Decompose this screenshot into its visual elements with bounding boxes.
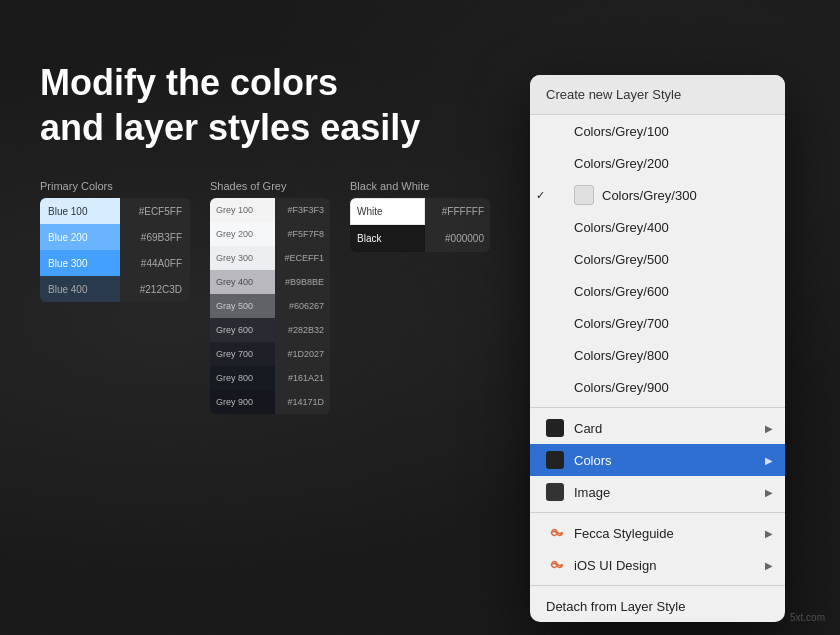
dropdown-item-grey100[interactable]: Colors/Grey/100 [530, 115, 785, 147]
dropdown-divider [530, 407, 785, 408]
styleguide-icon [546, 524, 564, 542]
color-swatch: Blue 200 [40, 224, 120, 250]
dropdown-item-grey400[interactable]: Colors/Grey/400 [530, 211, 785, 243]
grey-swatch: Grey 300 [210, 246, 275, 270]
color-tables: Primary Colors Blue 100 #ECF5FF Blue 200… [40, 180, 490, 414]
grey-row: Grey 100 #F3F3F3 [210, 198, 330, 222]
dropdown-item-ios[interactable]: iOS UI Design▶ [530, 549, 785, 581]
dropdown-item-grey600[interactable]: Colors/Grey/600 [530, 275, 785, 307]
left-panel: Modify the colors and layer styles easil… [0, 0, 530, 635]
dropdown-item-card[interactable]: Card▶ [530, 412, 785, 444]
color-swatch: Blue 100 [40, 198, 120, 224]
item-label: Fecca Styleguide [574, 526, 674, 541]
right-panel: Create new Layer Style Colors/Grey/100Co… [530, 0, 800, 635]
bw-swatch: White [350, 198, 425, 225]
item-label: Colors/Grey/500 [574, 252, 669, 267]
grey-swatch: Grey 800 [210, 366, 275, 390]
grey-swatch: Grey 400 [210, 270, 275, 294]
block-icon [546, 419, 564, 437]
block-icon [546, 451, 564, 469]
dropdown-item-grey900[interactable]: Colors/Grey/900 [530, 371, 785, 403]
grey-swatch: Grey 900 [210, 390, 275, 414]
color-swatch: Blue 300 [40, 250, 120, 276]
item-label: Colors/Grey/800 [574, 348, 669, 363]
bw-row: Black #000000 [350, 225, 490, 252]
grey-hex: #606267 [275, 294, 330, 318]
bw-label: Black and White [350, 180, 490, 192]
item-label: Colors/Grey/600 [574, 284, 669, 299]
item-label: iOS UI Design [574, 558, 656, 573]
shades-table: Grey 100 #F3F3F3 Grey 200 #F5F7F8 Grey 3… [210, 198, 330, 414]
block-icon [546, 483, 564, 501]
shades-label: Shades of Grey [210, 180, 330, 192]
item-label: Image [574, 485, 610, 500]
dropdown-item-detach[interactable]: Detach from Layer Style [530, 590, 785, 622]
item-label: Colors/Grey/300 [602, 188, 697, 203]
chevron-right-icon: ▶ [765, 423, 773, 434]
chevron-right-icon: ▶ [765, 528, 773, 539]
color-row: Blue 200 #69B3FF [40, 224, 190, 250]
headline: Modify the colors and layer styles easil… [40, 60, 490, 150]
grey-hex: #282B32 [275, 318, 330, 342]
color-row: Blue 400 #212C3D [40, 276, 190, 302]
dropdown-item-grey700[interactable]: Colors/Grey/700 [530, 307, 785, 339]
color-row: Blue 300 #44A0FF [40, 250, 190, 276]
bw-table: White #FFFFFF Black #000000 [350, 198, 490, 252]
primary-colors-table: Blue 100 #ECF5FF Blue 200 #69B3FF Blue 3… [40, 198, 190, 302]
bw-section: Black and White White #FFFFFF Black #000… [350, 180, 490, 252]
grey-hex: #B9B8BE [275, 270, 330, 294]
grey-swatch: Grey 700 [210, 342, 275, 366]
dropdown-item-grey800[interactable]: Colors/Grey/800 [530, 339, 785, 371]
dropdown-item-grey300[interactable]: Colors/Grey/300 [530, 179, 785, 211]
grey-row: Grey 200 #F5F7F8 [210, 222, 330, 246]
dropdown-divider [530, 585, 785, 586]
grey-hex: #161A21 [275, 366, 330, 390]
color-hex: #44A0FF [120, 250, 190, 276]
grey-row: Grey 300 #ECEFF1 [210, 246, 330, 270]
color-hex: #212C3D [120, 276, 190, 302]
primary-colors-section: Primary Colors Blue 100 #ECF5FF Blue 200… [40, 180, 190, 302]
dropdown-item-grey200[interactable]: Colors/Grey/200 [530, 147, 785, 179]
bw-row: White #FFFFFF [350, 198, 490, 225]
item-label: Colors/Grey/700 [574, 316, 669, 331]
color-swatch: Blue 400 [40, 276, 120, 302]
grey-swatch: Gray 500 [210, 294, 275, 318]
dropdown-item-grey500[interactable]: Colors/Grey/500 [530, 243, 785, 275]
grey-row: Grey 600 #282B32 [210, 318, 330, 342]
grey-swatch: Grey 600 [210, 318, 275, 342]
chevron-right-icon: ▶ [765, 455, 773, 466]
item-label: Colors/Grey/400 [574, 220, 669, 235]
dropdown-item-colors[interactable]: Colors▶ [530, 444, 785, 476]
grey-hex: #F5F7F8 [275, 222, 330, 246]
chevron-right-icon: ▶ [765, 560, 773, 571]
item-label: Colors/Grey/900 [574, 380, 669, 395]
color-row: Blue 100 #ECF5FF [40, 198, 190, 224]
grey-hex: #14171D [275, 390, 330, 414]
grey-hex: #ECEFF1 [275, 246, 330, 270]
dropdown-item-fecca[interactable]: Fecca Styleguide▶ [530, 517, 785, 549]
item-label: Colors/Grey/100 [574, 124, 669, 139]
bw-swatch: Black [350, 225, 425, 252]
dropdown-item-image[interactable]: Image▶ [530, 476, 785, 508]
dropdown-divider [530, 512, 785, 513]
color-hex: #69B3FF [120, 224, 190, 250]
grey-swatch: Grey 100 [210, 198, 275, 222]
grey-row: Gray 500 #606267 [210, 294, 330, 318]
item-label: Detach from Layer Style [546, 599, 685, 614]
grey-row: Grey 400 #B9B8BE [210, 270, 330, 294]
item-label: Colors/Grey/200 [574, 156, 669, 171]
dropdown-menu: Create new Layer Style Colors/Grey/100Co… [530, 75, 785, 622]
dropdown-header: Create new Layer Style [530, 75, 785, 115]
shades-section: Shades of Grey Grey 100 #F3F3F3 Grey 200… [210, 180, 330, 414]
color-hex: #ECF5FF [120, 198, 190, 224]
grey-swatch: Grey 200 [210, 222, 275, 246]
primary-colors-label: Primary Colors [40, 180, 190, 192]
bw-hex: #000000 [425, 225, 490, 252]
styleguide-icon [546, 556, 564, 574]
grey-hex: #F3F3F3 [275, 198, 330, 222]
chevron-right-icon: ▶ [765, 487, 773, 498]
grey-row: Grey 900 #14171D [210, 390, 330, 414]
bw-hex: #FFFFFF [425, 198, 490, 225]
grey-row: Grey 700 #1D2027 [210, 342, 330, 366]
grey-hex: #1D2027 [275, 342, 330, 366]
